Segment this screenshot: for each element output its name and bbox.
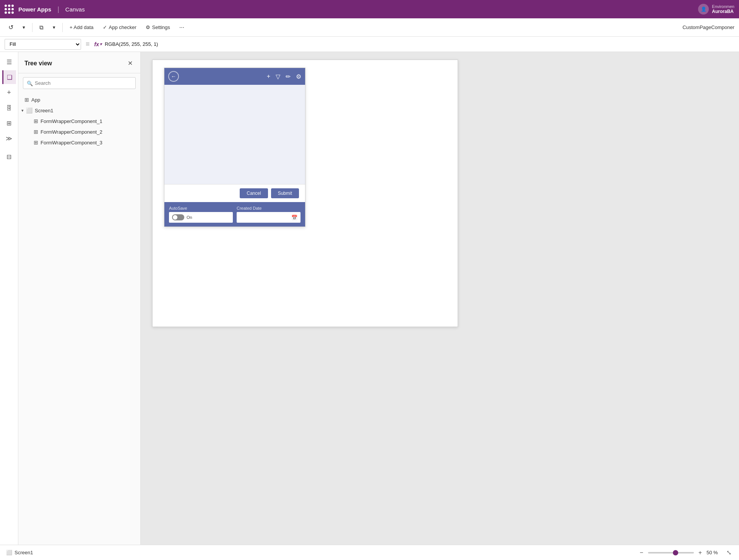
tree-item-component2[interactable]: ⊞ FormWrapperComponent_2 bbox=[18, 126, 140, 137]
formula-equals: = bbox=[84, 40, 91, 48]
toggle-thumb bbox=[173, 215, 177, 220]
undo-icon: ↺ bbox=[8, 24, 13, 31]
icon-bar: ☰ ❑ + 🗄 ⊞ ≫ ⊟ bbox=[0, 52, 18, 545]
zoom-in-button[interactable]: + bbox=[697, 548, 703, 558]
page-title: CustomPageComponer bbox=[682, 24, 734, 30]
zoom-slider[interactable] bbox=[648, 552, 694, 554]
tree-panel: Tree view ✕ 🔍 ⊞ App ▾ ⬜ Screen1 ⋯ ⊞ Form… bbox=[18, 52, 141, 545]
form-footer: Cancel Submit bbox=[164, 184, 305, 202]
search-input[interactable] bbox=[23, 77, 136, 89]
tree-view-title: Tree view bbox=[24, 60, 52, 67]
chevron-down-icon: ▾ bbox=[21, 108, 24, 113]
zoom-out-button[interactable]: − bbox=[638, 548, 645, 558]
copy-icon: ⧉ bbox=[39, 24, 44, 31]
avatar[interactable]: 👤 bbox=[698, 4, 709, 15]
main-layout: ☰ ❑ + 🗄 ⊞ ≫ ⊟ Tree view ✕ 🔍 ⊞ App ▾ ⬜ Sc… bbox=[0, 52, 739, 545]
add-header-icon[interactable]: + bbox=[267, 73, 270, 80]
toggle-on-label: On bbox=[187, 215, 192, 220]
fit-screen-button[interactable]: ⤡ bbox=[725, 547, 733, 558]
submit-button[interactable]: Submit bbox=[271, 188, 299, 198]
app-checker-icon: ✓ bbox=[103, 24, 107, 30]
screen-status-icon: ⬜ bbox=[6, 550, 12, 555]
media-button[interactable]: ⊞ bbox=[2, 116, 16, 130]
app-label: App bbox=[31, 97, 134, 103]
app-mode: Canvas bbox=[65, 6, 85, 13]
copy-dropdown-button[interactable]: ▾ bbox=[49, 23, 59, 32]
form-component-footer2: AutoSave On Created Date bbox=[164, 202, 305, 227]
toolbar-sep-1 bbox=[32, 23, 32, 32]
formula-input[interactable] bbox=[105, 41, 734, 47]
variables-button[interactable]: ⊟ bbox=[2, 150, 16, 163]
hamburger-menu-button[interactable]: ☰ bbox=[2, 55, 16, 69]
top-bar: Power Apps | Canvas 👤 Environmen AuroraB… bbox=[0, 0, 739, 18]
app-checker-label: App checker bbox=[109, 24, 136, 30]
undo-dropdown-button[interactable]: ▾ bbox=[19, 23, 29, 32]
undo-button[interactable]: ↺ bbox=[5, 22, 17, 33]
tree-items: ⊞ App ▾ ⬜ Screen1 ⋯ ⊞ FormWrapperCompone… bbox=[18, 93, 140, 545]
edit-header-icon[interactable]: ✏ bbox=[286, 73, 291, 80]
data-button[interactable]: 🗄 bbox=[2, 101, 16, 115]
autosave-label: AutoSave bbox=[169, 206, 233, 210]
back-button[interactable]: ← bbox=[168, 71, 179, 82]
add-data-button[interactable]: + Add data bbox=[66, 23, 97, 32]
created-date-section: Created Date 📅 bbox=[237, 206, 300, 223]
apps-grid-button[interactable] bbox=[5, 5, 14, 14]
app-checker-button[interactable]: ✓ App checker bbox=[99, 23, 140, 32]
calendar-icon[interactable]: 📅 bbox=[291, 215, 297, 220]
cancel-button[interactable]: Cancel bbox=[240, 188, 268, 198]
insert-button[interactable]: + bbox=[2, 86, 16, 99]
title-separator: | bbox=[57, 5, 59, 13]
tree-item-app[interactable]: ⊞ App bbox=[18, 94, 140, 105]
component3-icon: ⊞ bbox=[34, 139, 38, 146]
date-input-wrap: 📅 bbox=[240, 215, 297, 220]
status-screen: ⬜ Screen1 bbox=[6, 550, 33, 555]
status-right: − + 50 % ⤡ bbox=[638, 547, 733, 558]
filter-header-icon[interactable]: ▽ bbox=[276, 73, 280, 80]
property-selector[interactable]: Fill bbox=[5, 39, 81, 50]
canvas-area[interactable]: ← + ▽ ✏ ⚙ Cancel Submit AutoSave bbox=[141, 52, 739, 545]
copy-dropdown-arrow: ▾ bbox=[53, 24, 55, 30]
form-component-preview: ← + ▽ ✏ ⚙ Cancel Submit AutoSave bbox=[164, 68, 305, 227]
tree-close-button[interactable]: ✕ bbox=[126, 58, 134, 68]
add-data-label: + Add data bbox=[70, 24, 94, 30]
toggle-track[interactable] bbox=[172, 214, 184, 220]
screen-icon: ⬜ bbox=[26, 107, 32, 113]
formula-bar: Fill = fx ▾ bbox=[0, 37, 739, 52]
toolbar: ↺ ▾ ⧉ ▾ + Add data ✓ App checker ⚙ Setti… bbox=[0, 18, 739, 37]
tree-item-screen1[interactable]: ▾ ⬜ Screen1 ⋯ bbox=[18, 105, 140, 116]
search-icon: 🔍 bbox=[27, 80, 33, 86]
component3-label: FormWrapperComponent_3 bbox=[41, 140, 134, 146]
form-component-header: ← + ▽ ✏ ⚙ bbox=[164, 68, 305, 85]
form-header-icons: + ▽ ✏ ⚙ bbox=[267, 73, 301, 80]
zoom-slider-thumb bbox=[673, 550, 678, 555]
tree-item-component3[interactable]: ⊞ FormWrapperComponent_3 bbox=[18, 137, 140, 148]
component2-icon: ⊞ bbox=[34, 129, 38, 135]
tree-search: 🔍 bbox=[23, 77, 136, 89]
tree-header: Tree view ✕ bbox=[18, 52, 140, 73]
screen-status-label: Screen1 bbox=[15, 550, 33, 555]
status-bar: ⬜ Screen1 − + 50 % ⤡ bbox=[0, 545, 739, 560]
environment-info: Environmen AuroraBA bbox=[712, 4, 734, 14]
component2-label: FormWrapperComponent_2 bbox=[41, 129, 134, 135]
app-icon: ⊞ bbox=[24, 97, 29, 103]
copy-button[interactable]: ⧉ bbox=[36, 22, 47, 33]
date-control[interactable]: 📅 bbox=[237, 212, 300, 223]
toolbar-sep-2 bbox=[62, 23, 63, 32]
fx-button[interactable]: fx ▾ bbox=[94, 41, 102, 47]
component1-label: FormWrapperComponent_1 bbox=[41, 118, 134, 124]
autosave-control: On bbox=[169, 212, 233, 223]
tree-item-component1[interactable]: ⊞ FormWrapperComponent_1 bbox=[18, 116, 140, 126]
layers-button[interactable]: ❑ bbox=[2, 70, 16, 84]
app-title: Power Apps bbox=[18, 6, 51, 13]
fx-chevron-icon: ▾ bbox=[100, 42, 102, 46]
more-button[interactable]: ⋯ bbox=[175, 23, 188, 32]
settings-button[interactable]: ⚙ Settings bbox=[142, 23, 174, 32]
undo-dropdown-arrow: ▾ bbox=[23, 24, 25, 30]
zoom-level: 50 % bbox=[707, 550, 722, 555]
component1-icon: ⊞ bbox=[34, 118, 38, 124]
power-automate-button[interactable]: ≫ bbox=[2, 131, 16, 145]
settings-icon: ⚙ bbox=[146, 24, 150, 30]
form-body bbox=[164, 85, 305, 184]
settings-header-icon[interactable]: ⚙ bbox=[296, 73, 301, 80]
top-bar-right: 👤 Environmen AuroraBA bbox=[698, 4, 734, 15]
